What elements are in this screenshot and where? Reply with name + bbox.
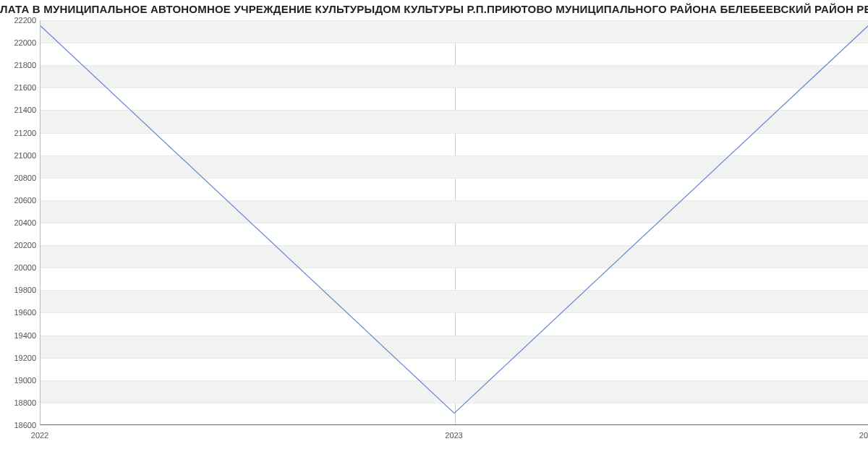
y-tick-label: 20000 <box>0 263 36 272</box>
y-tick-label: 19000 <box>0 376 36 385</box>
y-tick-label: 20800 <box>0 174 36 182</box>
y-tick-label: 20400 <box>0 218 36 227</box>
y-tick-label: 22200 <box>0 16 36 25</box>
y-tick-label: 18600 <box>0 421 36 430</box>
y-tick-label: 21600 <box>0 83 36 92</box>
series-path <box>41 26 868 414</box>
y-tick-label: 20600 <box>0 196 36 205</box>
y-tick-label: 19600 <box>0 308 36 317</box>
chart-container: ЛАТА В МУНИЦИПАЛЬНОЕ АВТОНОМНОЕ УЧРЕЖДЕН… <box>0 0 868 470</box>
y-tick-label: 19800 <box>0 286 36 294</box>
y-tick-label: 19400 <box>0 331 36 340</box>
x-tick-label: 2024 <box>859 431 868 440</box>
y-tick-label: 22000 <box>0 38 36 47</box>
y-tick-label: 21200 <box>0 129 36 137</box>
x-tick-label: 2023 <box>445 431 462 440</box>
x-tick-label: 2022 <box>31 431 48 440</box>
line-series <box>41 20 868 424</box>
y-tick-label: 21400 <box>0 106 36 114</box>
y-tick-label: 19200 <box>0 354 36 362</box>
chart-title: ЛАТА В МУНИЦИПАЛЬНОЕ АВТОНОМНОЕ УЧРЕЖДЕН… <box>0 3 868 15</box>
y-tick-label: 18800 <box>0 398 36 407</box>
plot-area <box>40 20 868 425</box>
y-tick-label: 21800 <box>0 61 36 69</box>
y-tick-label: 20200 <box>0 241 36 249</box>
y-tick-label: 21000 <box>0 151 36 160</box>
